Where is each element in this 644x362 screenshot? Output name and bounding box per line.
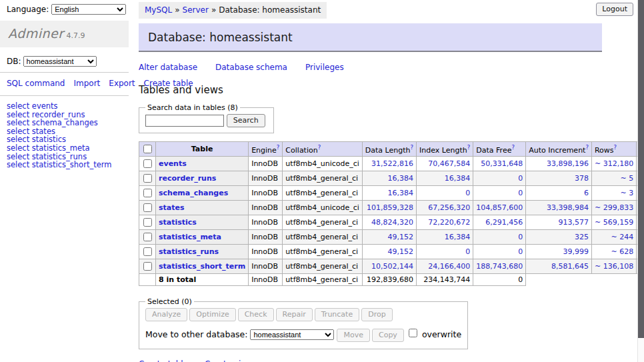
row-checkbox-cell xyxy=(139,245,156,259)
column-help-link-auto-increment[interactable]: ? xyxy=(585,144,589,151)
engine-cell: InnoDB xyxy=(249,215,283,230)
sidebar-link-export[interactable]: Export xyxy=(109,79,135,88)
analyze-button[interactable]: Analyze xyxy=(145,308,187,321)
column-help-link-engine[interactable]: ? xyxy=(277,144,280,151)
adminer-logo: Adminer4.7.9 xyxy=(0,21,129,47)
move-db-select[interactable]: homeassistant xyxy=(250,329,334,340)
total-collation-cell: utf8mb4_general_ci xyxy=(283,274,362,286)
row-checkbox-events[interactable] xyxy=(143,159,152,168)
selected-buttons-row: AnalyzeOptimizeCheckRepairTruncateDrop xyxy=(145,308,461,321)
logout-button[interactable]: Logout xyxy=(596,3,633,16)
column-help-link-data-free[interactable]: ? xyxy=(511,144,515,151)
breadcrumb-separator: » xyxy=(211,5,216,15)
row-checkbox-states[interactable] xyxy=(143,203,152,212)
link-alter-database[interactable]: Alter database xyxy=(139,63,197,72)
language-select[interactable]: English xyxy=(51,4,126,15)
sidebar-select-statistics-short-term[interactable]: select statistics_short_term xyxy=(7,161,122,169)
column-help-link-rows[interactable]: ? xyxy=(614,144,617,151)
check-button[interactable]: Check xyxy=(238,308,274,321)
link-privileges[interactable]: Privileges xyxy=(305,63,344,72)
vertical-scrollbar[interactable] xyxy=(637,0,644,362)
db-select[interactable]: homeassistant xyxy=(23,56,97,67)
overwrite-label: overwrite xyxy=(422,329,461,339)
data-free-cell: 188,743,680 xyxy=(473,259,526,274)
link-database-schema[interactable]: Database schema xyxy=(215,63,287,72)
row-checkbox-statistics_runs[interactable] xyxy=(143,247,152,256)
index-length-cell: 70,467,584 xyxy=(417,157,473,171)
search-button[interactable]: Search xyxy=(227,114,265,127)
sidebar-select-events[interactable]: select events xyxy=(7,102,122,111)
table-link-states[interactable]: states xyxy=(159,203,185,212)
sidebar-select-schema-changes[interactable]: select schema_changes xyxy=(7,119,122,127)
row-checkbox-schema_changes[interactable] xyxy=(143,189,152,197)
table-link-statistics_short_term[interactable]: statistics_short_term xyxy=(159,262,245,271)
auto-increment-cell: 39,999 xyxy=(526,245,592,259)
move-button[interactable]: Move xyxy=(337,329,370,342)
select-all-checkbox[interactable] xyxy=(143,145,152,153)
data-length-cell: 31,522,816 xyxy=(362,157,416,171)
auto-increment-cell: 8,581,645 xyxy=(526,259,592,274)
row-checkbox-recorder_runs[interactable] xyxy=(143,174,152,183)
row-checkbox-statistics[interactable] xyxy=(143,218,152,227)
sidebar: Language:English Adminer4.7.9 DB:homeass… xyxy=(0,0,129,175)
table-link-schema_changes[interactable]: schema_changes xyxy=(159,189,228,197)
truncate-button[interactable]: Truncate xyxy=(315,308,359,321)
selected-fieldset: Selected (0) AnalyzeOptimizeCheckRepairT… xyxy=(139,297,468,349)
repair-button[interactable]: Repair xyxy=(276,308,313,321)
engine-cell: InnoDB xyxy=(249,259,283,274)
table-link-events[interactable]: events xyxy=(159,159,187,168)
table-link-statistics_runs[interactable]: statistics_runs xyxy=(159,247,219,256)
total-label-cell: 8 in total xyxy=(156,274,249,286)
move-row: Move to other database:homeassistantMove… xyxy=(145,327,461,342)
breadcrumb-server[interactable]: Server xyxy=(183,5,209,15)
search-fieldset: Search data in tables (8) Search xyxy=(139,103,274,133)
row-checkbox-statistics_meta[interactable] xyxy=(143,233,152,241)
column-help-link-index-length[interactable]: ? xyxy=(467,144,471,151)
table-link-recorder_runs[interactable]: recorder_runs xyxy=(159,174,216,183)
column-help-link-data-length[interactable]: ? xyxy=(411,144,414,151)
index-length-cell: 0 xyxy=(417,245,473,259)
row-checkbox-cell xyxy=(139,186,156,201)
data-free-cell: 0 xyxy=(473,230,526,245)
column-header-rows: Rows? xyxy=(591,142,636,157)
link-create-view[interactable]: Create view xyxy=(205,359,252,362)
scrollbar-thumb[interactable] xyxy=(638,0,644,338)
table-row-events: eventsInnoDButf8mb4_unicode_ci31,522,816… xyxy=(139,157,644,171)
optimize-button[interactable]: Optimize xyxy=(189,308,235,321)
sidebar-link-import[interactable]: Import xyxy=(73,79,100,88)
collation-cell: utf8mb4_general_ci xyxy=(283,245,362,259)
row-checkbox-statistics_short_term[interactable] xyxy=(143,262,152,271)
breadcrumb-mysql[interactable]: MySQL xyxy=(145,5,172,15)
link-create-table[interactable]: Create table xyxy=(139,359,188,362)
sidebar-actions: SQL commandImportExportCreate table xyxy=(0,73,129,95)
move-label: Move to other database: xyxy=(145,329,247,339)
table-name-cell: events xyxy=(156,157,249,171)
sidebar-select-statistics-meta[interactable]: select statistics_meta xyxy=(7,144,122,153)
drop-button[interactable]: Drop xyxy=(361,308,392,321)
sidebar-link-create-table[interactable]: Create table xyxy=(144,79,193,88)
engine-cell: InnoDB xyxy=(249,157,283,171)
data-free-cell: 6,291,456 xyxy=(473,215,526,230)
table-row-states: statesInnoDButf8mb4_unicode_ci101,859,32… xyxy=(139,201,644,215)
row-checkbox-cell xyxy=(139,230,156,245)
overwrite-checkbox[interactable] xyxy=(409,329,417,337)
table-row-statistics_short_term: statistics_short_termInnoDButf8mb4_gener… xyxy=(139,259,644,274)
sidebar-link-sql-command[interactable]: SQL command xyxy=(7,79,65,88)
adminer-logo-name: Adminer xyxy=(8,26,64,41)
table-link-statistics_meta[interactable]: statistics_meta xyxy=(159,233,221,241)
search-input[interactable] xyxy=(145,115,224,127)
index-length-cell: 72,220,672 xyxy=(417,215,473,230)
auto-increment-cell: 6 xyxy=(526,186,592,201)
table-row-schema_changes: schema_changesInnoDButf8mb4_general_ci16… xyxy=(139,186,644,201)
column-help-link-collation[interactable]: ? xyxy=(318,144,321,151)
index-length-cell: 16,384 xyxy=(417,230,473,245)
copy-button[interactable]: Copy xyxy=(372,329,404,342)
data-length-cell: 49,152 xyxy=(362,230,416,245)
table-link-statistics[interactable]: statistics xyxy=(159,218,197,227)
column-help: ? xyxy=(411,144,414,151)
search-legend: Search data in tables (8) xyxy=(145,103,240,112)
total-index-length-cell: 234,143,744 xyxy=(417,274,473,286)
column-help: ? xyxy=(467,144,471,151)
collation-cell: utf8mb4_general_ci xyxy=(283,230,362,245)
data-length-cell: 16,384 xyxy=(362,186,416,201)
